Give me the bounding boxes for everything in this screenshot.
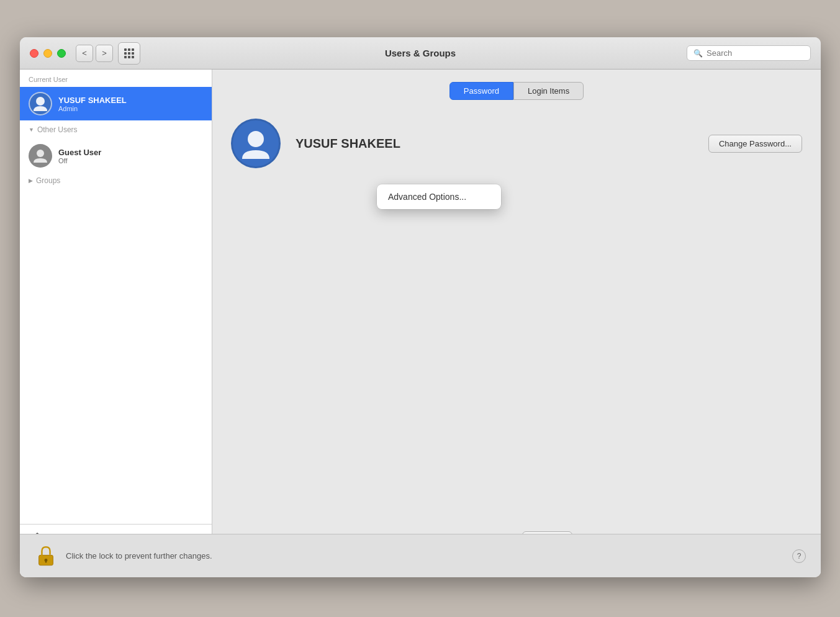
profile-avatar <box>231 119 281 168</box>
guest-user-info: Guest User Off <box>58 148 101 164</box>
current-user-name: YUSUF SHAKEEL <box>58 96 127 105</box>
current-user-label: Current User <box>20 70 212 87</box>
content-area: Current User YUSUF SHAKEEL Admin <box>20 70 821 577</box>
guest-user-status: Off <box>58 157 101 164</box>
other-users-header[interactable]: ▼ Other Users <box>20 120 212 139</box>
lock-icon[interactable] <box>35 545 57 567</box>
collapse-triangle-icon: ▼ <box>29 127 34 133</box>
help-icon: ? <box>797 552 802 561</box>
groups-item[interactable]: ▶ Groups <box>20 173 212 189</box>
bottom-bar: Click the lock to prevent further change… <box>20 534 821 577</box>
back-button[interactable]: < <box>76 45 93 62</box>
window-title: Users & Groups <box>385 48 456 58</box>
nav-buttons: < > <box>76 45 113 62</box>
current-user-item[interactable]: YUSUF SHAKEEL Admin <box>20 87 212 120</box>
svg-rect-5 <box>45 560 47 562</box>
context-menu: Advanced Options... <box>377 184 501 209</box>
guest-user-name: Guest User <box>58 148 101 157</box>
current-user-avatar <box>29 92 52 115</box>
user-avatar-icon <box>32 95 49 112</box>
search-input[interactable] <box>707 48 804 58</box>
guest-avatar-icon <box>32 148 48 164</box>
content-spacer <box>231 181 802 531</box>
profile-section: YUSUF SHAKEEL Change Password... <box>231 119 802 168</box>
search-icon: 🔍 <box>693 49 703 58</box>
svg-point-2 <box>248 131 264 147</box>
svg-point-0 <box>36 97 45 106</box>
main-panel: Password Login Items YUSUF SHAKEEL Chang… <box>212 70 821 577</box>
svg-point-1 <box>37 150 44 157</box>
grid-dots-icon <box>124 48 134 58</box>
guest-user-avatar <box>29 144 52 168</box>
close-button[interactable] <box>30 49 38 58</box>
tabs-row: Password Login Items <box>231 82 802 100</box>
search-bar[interactable]: 🔍 <box>687 45 811 61</box>
current-user-info: YUSUF SHAKEEL Admin <box>58 96 127 112</box>
change-password-button[interactable]: Change Password... <box>708 135 802 153</box>
forward-icon: > <box>102 48 107 58</box>
sidebar-scroll: Current User YUSUF SHAKEEL Admin <box>20 70 212 524</box>
profile-avatar-icon <box>239 127 273 161</box>
current-user-role: Admin <box>58 105 127 112</box>
traffic-lights <box>30 49 66 58</box>
tab-password[interactable]: Password <box>449 82 513 100</box>
groups-triangle-icon: ▶ <box>29 178 33 184</box>
advanced-options-menu-item[interactable]: Advanced Options... <box>377 187 501 207</box>
sidebar: Current User YUSUF SHAKEEL Admin <box>20 70 212 577</box>
forward-button[interactable]: > <box>96 45 113 62</box>
titlebar: < > Users & Groups 🔍 <box>20 37 821 70</box>
other-users-label: Other Users <box>37 125 78 134</box>
minimize-button[interactable] <box>43 49 52 58</box>
maximize-button[interactable] <box>57 49 66 58</box>
back-icon: < <box>82 48 87 58</box>
help-button[interactable]: ? <box>792 549 806 563</box>
tab-login-items[interactable]: Login Items <box>513 82 584 100</box>
profile-name: YUSUF SHAKEEL <box>296 137 400 151</box>
main-window: < > Users & Groups 🔍 Current User <box>20 37 821 577</box>
lock-text: Click the lock to prevent further change… <box>66 551 212 561</box>
groups-label: Groups <box>36 176 60 185</box>
guest-user-item[interactable]: Guest User Off <box>20 139 212 173</box>
app-grid-button[interactable] <box>118 42 140 65</box>
